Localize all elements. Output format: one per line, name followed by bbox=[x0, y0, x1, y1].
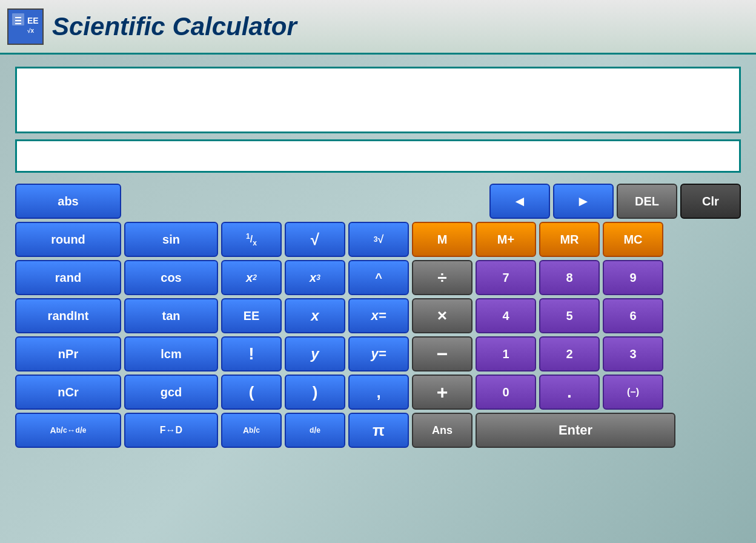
x2-button[interactable]: x2 bbox=[221, 260, 282, 295]
factorial-button[interactable]: ! bbox=[221, 336, 282, 371]
main-display-input[interactable] bbox=[23, 72, 733, 128]
M-button[interactable]: M bbox=[412, 222, 472, 257]
x-var-button[interactable]: x bbox=[285, 298, 345, 333]
button-row-5: nCr gcd ( ) , + 0 . (−) bbox=[15, 375, 741, 410]
button-area: abs ◄ ► DEL Clr round sin 1/x √ 3√ M M+ … bbox=[15, 184, 741, 448]
divide-button[interactable]: ÷ bbox=[412, 260, 472, 295]
nPr-button[interactable]: nPr bbox=[15, 336, 121, 371]
calculator-body: abs ◄ ► DEL Clr round sin 1/x √ 3√ M M+ … bbox=[0, 55, 756, 543]
button-row-4: nPr lcm ! y y= − 1 2 3 bbox=[15, 336, 741, 371]
close-paren-button[interactable]: ) bbox=[285, 375, 345, 410]
frac-a-button[interactable]: Ab/c bbox=[221, 413, 282, 448]
add-button[interactable]: + bbox=[412, 375, 472, 410]
x-eq-button[interactable]: x= bbox=[348, 298, 409, 333]
svg-text:EE: EE bbox=[27, 16, 39, 25]
open-paren-button[interactable]: ( bbox=[221, 375, 282, 410]
x3-button[interactable]: x3 bbox=[285, 260, 345, 295]
EE-button[interactable]: EE bbox=[221, 298, 282, 333]
y-var-button[interactable]: y bbox=[285, 336, 345, 371]
5-button[interactable]: 5 bbox=[539, 298, 600, 333]
app-icon: EE √x bbox=[7, 8, 44, 45]
gcd-button[interactable]: gcd bbox=[124, 375, 218, 410]
0-button[interactable]: 0 bbox=[476, 375, 536, 410]
subtract-button[interactable]: − bbox=[412, 336, 472, 371]
7-button[interactable]: 7 bbox=[476, 260, 536, 295]
1-button[interactable]: 1 bbox=[476, 336, 536, 371]
y-eq-button[interactable]: y= bbox=[348, 336, 409, 371]
ans-button[interactable]: Ans bbox=[412, 413, 472, 448]
frac-dec-button[interactable]: F↔D bbox=[124, 413, 218, 448]
sqrt-button[interactable]: √ bbox=[285, 222, 345, 257]
secondary-display[interactable] bbox=[15, 139, 741, 173]
MC-button[interactable]: MC bbox=[603, 222, 663, 257]
button-row-1: round sin 1/x √ 3√ M M+ MR MC bbox=[15, 222, 741, 257]
frac-convert-button[interactable]: Ab/c ↔ d/e bbox=[15, 413, 121, 448]
frac-d-button[interactable]: d/e bbox=[285, 413, 345, 448]
4-button[interactable]: 4 bbox=[476, 298, 536, 333]
6-button[interactable]: 6 bbox=[603, 298, 663, 333]
2-button[interactable]: 2 bbox=[539, 336, 600, 371]
nCr-button[interactable]: nCr bbox=[15, 375, 121, 410]
abs-button[interactable]: abs bbox=[15, 184, 121, 219]
main-display[interactable] bbox=[15, 67, 741, 133]
8-button[interactable]: 8 bbox=[539, 260, 600, 295]
title-bar: EE √x Scientific Calculator bbox=[0, 0, 756, 55]
randInt-button[interactable]: randInt bbox=[15, 298, 121, 333]
button-row-2: rand cos x2 x3 ^ ÷ 7 8 9 bbox=[15, 260, 741, 295]
multiply-button[interactable]: × bbox=[412, 298, 472, 333]
button-row-3: randInt tan EE x x= × 4 5 6 bbox=[15, 298, 741, 333]
secondary-display-input[interactable] bbox=[23, 144, 733, 168]
dot-button[interactable]: . bbox=[539, 375, 600, 410]
cos-button[interactable]: cos bbox=[124, 260, 218, 295]
MR-button[interactable]: MR bbox=[539, 222, 600, 257]
svg-text:√x: √x bbox=[27, 27, 34, 34]
tan-button[interactable]: tan bbox=[124, 298, 218, 333]
comma-button[interactable]: , bbox=[348, 375, 409, 410]
lcm-button[interactable]: lcm bbox=[124, 336, 218, 371]
power-button[interactable]: ^ bbox=[348, 260, 409, 295]
inv-x-button[interactable]: 1/x bbox=[221, 222, 282, 257]
9-button[interactable]: 9 bbox=[603, 260, 663, 295]
neg-button[interactable]: (−) bbox=[603, 375, 663, 410]
3-button[interactable]: 3 bbox=[603, 336, 663, 371]
cbrt-button[interactable]: 3√ bbox=[348, 222, 409, 257]
button-row-6: Ab/c ↔ d/e F↔D Ab/c d/e π Ans Enter bbox=[15, 413, 741, 448]
del-button[interactable]: DEL bbox=[617, 184, 677, 219]
sin-button[interactable]: sin bbox=[124, 222, 218, 257]
rand-button[interactable]: rand bbox=[15, 260, 121, 295]
right-arrow-button[interactable]: ► bbox=[553, 184, 614, 219]
button-row-0: abs ◄ ► DEL Clr bbox=[15, 184, 741, 219]
Mplus-button[interactable]: M+ bbox=[476, 222, 536, 257]
left-arrow-button[interactable]: ◄ bbox=[489, 184, 550, 219]
enter-button[interactable]: Enter bbox=[476, 413, 675, 448]
clr-button[interactable]: Clr bbox=[680, 184, 741, 219]
app-title: Scientific Calculator bbox=[52, 12, 297, 41]
pi-button[interactable]: π bbox=[348, 413, 409, 448]
round-button[interactable]: round bbox=[15, 222, 121, 257]
